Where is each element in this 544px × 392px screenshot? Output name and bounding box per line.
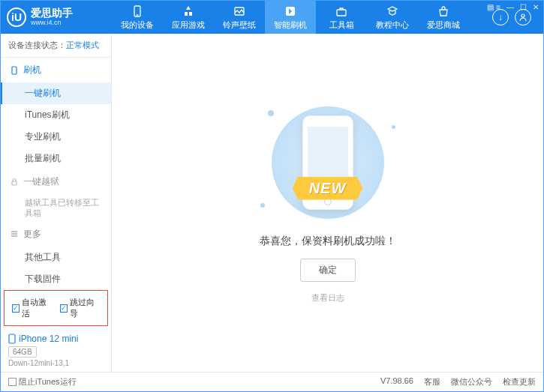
device-name[interactable]: iPhone 12 mini xyxy=(8,334,104,344)
sidebar-group-more[interactable]: 更多 xyxy=(1,222,111,247)
logo-icon: iU xyxy=(7,7,26,27)
jailbreak-note: 越狱工具已转移至工具箱 xyxy=(1,194,111,222)
minimize-icon[interactable]: — xyxy=(506,3,514,11)
success-message: 恭喜您，保资料刷机成功啦！ xyxy=(260,235,396,248)
app-window: ▤ ≡ — ☐ ✕ iU 爱思助手 www.i4.cn 我的设备 应用游 xyxy=(0,0,544,392)
success-illustration: NEW xyxy=(253,103,403,223)
app-url: www.i4.cn xyxy=(31,19,73,27)
footer-right: V7.98.66 客服 微信公众号 检查更新 xyxy=(380,376,536,388)
sidebar-item-pro[interactable]: 专业刷机 xyxy=(1,126,111,148)
main-nav: 我的设备 应用游戏 铃声壁纸 智能刷机 工具箱 xyxy=(112,1,492,34)
wallpaper-icon xyxy=(233,4,246,18)
menu-icon[interactable]: ▤ ≡ xyxy=(487,3,500,11)
nav-store[interactable]: 爱思商城 xyxy=(418,1,469,34)
version-label: V7.98.66 xyxy=(380,376,413,388)
check-icon: ✓ xyxy=(12,304,20,313)
sidebar-item-batch[interactable]: 批量刷机 xyxy=(1,148,111,169)
option-checkboxes: ✓ 自动激活 ✓ 跳过向导 xyxy=(4,290,108,326)
body: 设备连接状态：正常模式 刷机 一键刷机 iTunes刷机 专业刷机 批量刷机 一… xyxy=(1,34,543,372)
window-controls: ▤ ≡ — ☐ ✕ xyxy=(487,3,539,11)
update-link[interactable]: 检查更新 xyxy=(503,376,536,388)
ok-button[interactable]: 确定 xyxy=(300,259,356,282)
nav-flash[interactable]: 智能刷机 xyxy=(265,1,316,34)
nav-my-device[interactable]: 我的设备 xyxy=(112,1,163,34)
view-log-link[interactable]: 查看日志 xyxy=(311,292,344,304)
sidebar-group-flash[interactable]: 刷机 xyxy=(1,58,111,82)
list-icon xyxy=(10,229,19,238)
sidebar-item-itunes[interactable]: iTunes刷机 xyxy=(1,104,111,126)
phone-icon xyxy=(131,4,144,18)
nav-ringtone[interactable]: 铃声壁纸 xyxy=(214,1,265,34)
device-info: iPhone 12 mini 64GB Down-12mini-13,1 xyxy=(1,329,111,372)
close-icon[interactable]: ✕ xyxy=(533,3,539,11)
svg-rect-7 xyxy=(12,181,17,185)
svg-rect-11 xyxy=(9,334,15,343)
store-icon xyxy=(437,4,450,18)
service-link[interactable]: 客服 xyxy=(424,376,440,388)
check-icon: ✓ xyxy=(60,304,68,313)
sidebar-group-jailbreak: 一键越狱 xyxy=(1,169,111,194)
svg-point-5 xyxy=(521,14,524,17)
toolbox-icon xyxy=(335,4,348,18)
device-model: Down-12mini-13,1 xyxy=(8,359,104,367)
footer: ✓ 阻止iTunes运行 V7.98.66 客服 微信公众号 检查更新 xyxy=(1,372,543,391)
app-name: 爱思助手 xyxy=(31,7,73,19)
user-icon[interactable] xyxy=(515,9,531,25)
checkbox-icon: ✓ xyxy=(8,378,17,386)
tutorial-icon xyxy=(386,4,399,18)
header: ▤ ≡ — ☐ ✕ iU 爱思助手 www.i4.cn 我的设备 应用游 xyxy=(1,1,543,34)
storage-badge: 64GB xyxy=(8,346,37,358)
header-right: ↓ xyxy=(492,9,537,25)
checkbox-auto-activate[interactable]: ✓ 自动激活 xyxy=(12,297,53,319)
lock-icon xyxy=(10,178,19,187)
svg-rect-4 xyxy=(337,10,346,16)
download-icon[interactable]: ↓ xyxy=(492,9,509,25)
sidebar-item-oneclick[interactable]: 一键刷机 xyxy=(1,82,111,104)
sidebar-item-firmware[interactable]: 下载固件 xyxy=(1,268,111,287)
logo: iU 爱思助手 www.i4.cn xyxy=(7,7,112,27)
new-ribbon: NEW xyxy=(293,177,363,200)
connection-status: 设备连接状态：正常模式 xyxy=(1,34,111,58)
svg-rect-6 xyxy=(12,67,17,74)
nav-tutorial[interactable]: 教程中心 xyxy=(367,1,418,34)
flash-icon xyxy=(284,4,297,18)
apps-icon xyxy=(182,4,195,18)
maximize-icon[interactable]: ☐ xyxy=(520,3,527,11)
wechat-link[interactable]: 微信公众号 xyxy=(451,376,492,388)
nav-toolbox[interactable]: 工具箱 xyxy=(316,1,367,34)
checkbox-block-itunes[interactable]: ✓ 阻止iTunes运行 xyxy=(8,376,77,388)
sidebar: 设备连接状态：正常模式 刷机 一键刷机 iTunes刷机 专业刷机 批量刷机 一… xyxy=(1,34,112,372)
main-content: NEW 恭喜您，保资料刷机成功啦！ 确定 查看日志 xyxy=(112,34,543,372)
phone-icon xyxy=(10,66,19,75)
phone-icon xyxy=(8,334,16,344)
nav-apps[interactable]: 应用游戏 xyxy=(163,1,214,34)
sidebar-item-other[interactable]: 其他工具 xyxy=(1,247,111,268)
checkbox-skip-guide[interactable]: ✓ 跳过向导 xyxy=(60,297,101,319)
